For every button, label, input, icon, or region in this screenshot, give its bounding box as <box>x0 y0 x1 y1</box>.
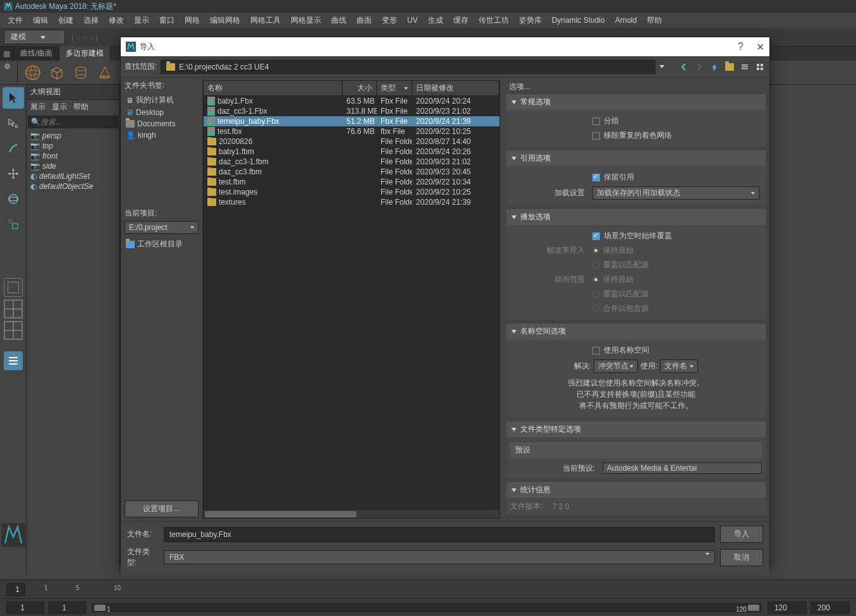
workspace-root-item[interactable]: 工作区根目录 <box>121 238 202 251</box>
section-namespace-header[interactable]: 名称空间选项 <box>506 323 766 339</box>
scale-tool[interactable] <box>3 214 24 235</box>
options-scroll[interactable]: 常规选项 分组 移除重复的着色网络 引用选项 保留引用 加载设置加载保存的引用加… <box>506 94 766 517</box>
file-row[interactable]: texturesFile Folder2020/9/24 21:39 <box>204 197 499 207</box>
menu-display[interactable]: 显示 <box>129 15 154 26</box>
help-button[interactable]: ? <box>738 41 743 52</box>
file-row[interactable]: temeipu_baby.Fbx51.2 MBFbx File2020/9/24… <box>204 116 499 126</box>
path-dropdown-icon[interactable] <box>659 65 664 68</box>
menu-modify[interactable]: 修改 <box>104 15 129 26</box>
select-tool[interactable] <box>3 87 24 109</box>
poly-cone-icon[interactable] <box>96 64 114 82</box>
menu-window[interactable]: 窗口 <box>154 15 180 26</box>
workspace-dropdown[interactable]: 建模 <box>4 30 65 44</box>
outliner-item-top[interactable]: 📷top <box>29 141 117 151</box>
new-folder-icon[interactable] <box>724 61 735 73</box>
file-row[interactable]: test.imagesFile Folder2020/9/22 10:25 <box>204 187 499 197</box>
current-preset-dropdown[interactable]: Autodesk Media & Entertai <box>602 462 762 474</box>
poly-sphere-icon[interactable] <box>24 64 42 82</box>
tab-curves-surfaces[interactable]: 曲线/曲面 <box>14 46 59 61</box>
menu-deform[interactable]: 变形 <box>377 15 402 26</box>
bookmark-desktop[interactable]: 🖥Desktop <box>121 107 202 118</box>
outliner-item-lightset[interactable]: ◐defaultLightSet <box>29 171 117 181</box>
shelf-gear-icon[interactable]: ⚙ <box>4 62 18 83</box>
menu-create[interactable]: 创建 <box>53 15 78 26</box>
import-button[interactable]: 导入 <box>720 526 763 543</box>
section-general-header[interactable]: 常规选项 <box>506 94 766 110</box>
section-reference-header[interactable]: 引用选项 <box>506 150 766 166</box>
file-row[interactable]: test.fbmFile Folder2020/9/22 10:34 <box>204 177 499 187</box>
file-list-hscroll[interactable] <box>204 509 499 518</box>
menu-generate[interactable]: 生成 <box>423 15 448 26</box>
menu-edit[interactable]: 编辑 <box>28 15 53 26</box>
section-playback-header[interactable]: 播放选项 <box>506 209 766 225</box>
range-start[interactable]: 1 <box>48 601 86 614</box>
range-thumb-end[interactable] <box>748 605 759 611</box>
file-row[interactable]: daz_cc3.fbmFile Folder2020/9/23 20:45 <box>204 167 499 177</box>
rotate-tool[interactable] <box>3 188 24 210</box>
outliner-item-side[interactable]: 📷side <box>29 161 117 171</box>
file-list[interactable]: baby1.Fbx63.5 MBFbx File2020/9/24 20:24d… <box>204 96 499 509</box>
menu-help[interactable]: 帮助 <box>642 15 667 26</box>
paint-select-tool[interactable] <box>3 138 24 159</box>
shelf-layout-icon[interactable]: ▦ <box>0 47 14 61</box>
layout-four-icon[interactable] <box>4 299 23 318</box>
poly-cylinder-icon[interactable] <box>72 64 90 82</box>
layout-four-b-icon[interactable] <box>4 321 23 340</box>
layout-single-icon[interactable] <box>4 278 23 297</box>
resolve-dropdown[interactable]: 冲突节点 <box>594 359 638 373</box>
bookmark-documents[interactable]: Documents <box>121 118 202 130</box>
load-settings-dropdown[interactable]: 加载保存的引用加载状态 <box>592 186 759 200</box>
col-size[interactable]: 大小 <box>343 81 377 95</box>
col-name[interactable]: 名称 <box>204 81 343 95</box>
checkbox-use-namespace[interactable] <box>592 347 600 354</box>
menu-mesh-tools[interactable]: 网格工具 <box>245 15 286 26</box>
menu-file[interactable]: 文件 <box>3 15 28 26</box>
nav-back-icon[interactable] <box>678 61 690 73</box>
menu-mesh[interactable]: 网格 <box>180 15 205 26</box>
move-tool[interactable] <box>3 163 24 184</box>
outer-start[interactable]: 1 <box>6 601 44 614</box>
time-ruler[interactable]: 1 5 10 <box>38 582 850 597</box>
menu-csgf[interactable]: 传世工坊 <box>474 15 514 26</box>
outliner-item-objectset[interactable]: ◐defaultObjectSe <box>29 181 117 191</box>
col-type[interactable]: 类型 <box>377 81 412 95</box>
range-track[interactable]: 1 120 <box>92 603 761 612</box>
file-row[interactable]: baby1.Fbx63.5 MBFbx File2020/9/24 20:24 <box>204 96 499 106</box>
menu-uv[interactable]: UV <box>402 16 423 25</box>
range-end[interactable]: 120 <box>767 601 807 614</box>
outliner-item-front[interactable]: 📷front <box>29 151 117 161</box>
range-slider[interactable]: 1 1 1 120 120 200 <box>0 598 856 616</box>
filetype-dropdown[interactable]: FBX <box>164 550 715 564</box>
nav-fwd-icon[interactable] <box>694 61 705 73</box>
checkbox-override-empty[interactable] <box>592 233 600 240</box>
file-row[interactable]: daz_cc3-1.fbmFile Folder2020/9/23 21:02 <box>204 157 499 167</box>
channel-box-toggle[interactable] <box>4 351 23 370</box>
menu-select[interactable]: 选择 <box>78 15 104 26</box>
outliner-menu-help[interactable]: 帮助 <box>73 102 89 112</box>
thumbnail-view-icon[interactable] <box>754 61 766 73</box>
bookmark-my-computer[interactable]: 🖥我的计算机 <box>121 94 202 107</box>
lasso-tool[interactable] <box>3 112 24 134</box>
outliner-item-persp[interactable]: 📷persp <box>29 131 117 141</box>
time-slider[interactable]: 1 1 5 10 <box>0 579 856 598</box>
outliner-search[interactable]: 🔍 <box>28 116 118 128</box>
dialog-titlebar[interactable]: 导入 ? ✕ <box>121 37 769 56</box>
menu-poselib[interactable]: 姿势库 <box>514 15 547 26</box>
col-date[interactable]: 日期被修改 <box>412 81 499 95</box>
menu-dynamic-studio[interactable]: Dynamic Studio <box>547 16 610 25</box>
poly-cube-icon[interactable] <box>48 64 66 82</box>
bookmark-user[interactable]: 👤kingh <box>121 130 202 141</box>
path-input[interactable]: E:\0.project\daz 2 cc3 UE4 <box>161 60 656 74</box>
section-stats-header[interactable]: 统计信息 <box>506 482 766 498</box>
cancel-button[interactable]: 取消 <box>720 549 763 566</box>
preset-header[interactable]: 预设 <box>510 442 762 458</box>
frame-start-box[interactable]: 1 <box>6 583 25 596</box>
list-view-icon[interactable] <box>739 61 750 73</box>
menu-curves[interactable]: 曲线 <box>326 15 352 26</box>
outliner-menu-show[interactable]: 展示 <box>30 102 46 112</box>
section-filetype-header[interactable]: 文件类型特定选项 <box>506 421 766 437</box>
use-dropdown[interactable]: 文件名 <box>660 359 698 373</box>
menu-edit-mesh[interactable]: 编辑网格 <box>205 15 245 26</box>
menu-mesh-display[interactable]: 网格显示 <box>286 15 326 26</box>
menu-surfaces[interactable]: 曲面 <box>352 15 377 26</box>
